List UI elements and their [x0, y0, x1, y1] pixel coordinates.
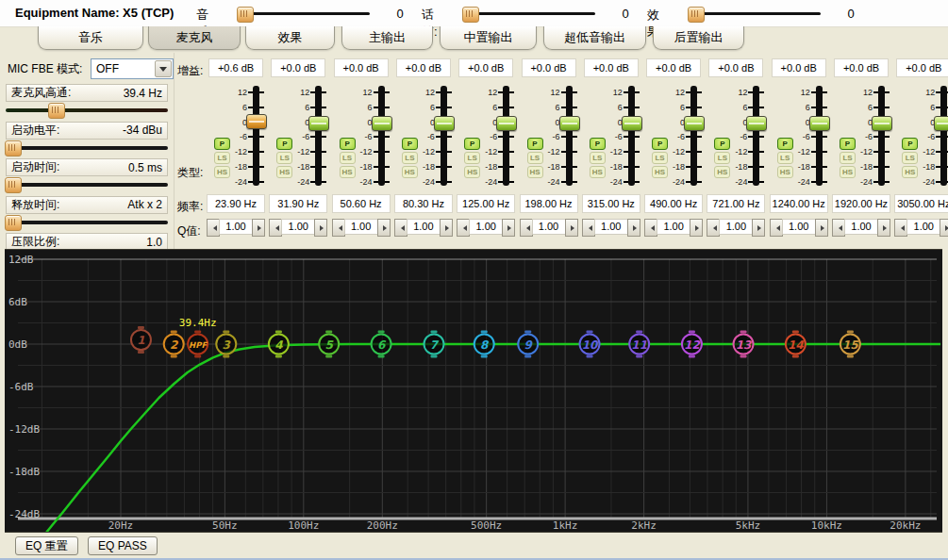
band-5-type-hs-button[interactable]: HS — [464, 166, 480, 178]
band-4-type-hs-button[interactable]: HS — [402, 166, 418, 178]
band-10-type-ls-button[interactable]: LS — [777, 152, 793, 164]
control-release-time-slider[interactable] — [6, 221, 168, 224]
band-5-fader-thumb[interactable] — [496, 116, 517, 131]
band-4-gain-value[interactable]: +0.0 dB — [396, 58, 451, 77]
band-1-type-p-button[interactable]: P — [214, 138, 230, 150]
band-12-q-increment-button[interactable] — [940, 219, 948, 237]
band-4-type-ls-button[interactable]: LS — [402, 152, 418, 164]
band-8-q-decrement-button[interactable] — [644, 219, 657, 237]
band-7-type-hs-button[interactable]: HS — [590, 166, 606, 178]
band-5-q-decrement-button[interactable] — [457, 219, 470, 237]
eq-pass-button[interactable]: EQ PASS — [88, 536, 158, 555]
band-9-q-increment-button[interactable] — [752, 219, 765, 237]
tab-center-out[interactable]: 中置输出 — [440, 26, 537, 50]
band-7-q-value[interactable]: 1.00 — [594, 219, 628, 235]
band-3-freq-value[interactable]: 50.60 Hz — [332, 194, 391, 213]
band-1-q-decrement-button[interactable] — [207, 219, 220, 237]
band-5-freq-value[interactable]: 125.00 Hz — [457, 194, 515, 213]
top-slider-music-track[interactable] — [238, 12, 370, 15]
band-9-q-decrement-button[interactable] — [707, 219, 720, 237]
top-slider-effect-track[interactable] — [689, 12, 821, 15]
band-1-type-ls-button[interactable]: LS — [214, 152, 230, 164]
band-2-type-ls-button[interactable]: LS — [276, 152, 292, 164]
band-8-type-ls-button[interactable]: LS — [652, 152, 668, 164]
band-11-type-hs-button[interactable]: HS — [840, 166, 856, 178]
band-7-freq-value[interactable]: 315.00 Hz — [582, 194, 640, 213]
band-2-type-hs-button[interactable]: HS — [276, 166, 292, 178]
band-3-q-increment-button[interactable] — [377, 219, 391, 237]
band-8-type-hs-button[interactable]: HS — [652, 166, 668, 178]
band-12-type-p-button[interactable]: P — [902, 138, 918, 150]
band-7-type-ls-button[interactable]: LS — [590, 152, 606, 164]
band-7-q-increment-button[interactable] — [627, 219, 640, 237]
band-7-fader-track[interactable] — [628, 86, 635, 186]
band-1-q-value[interactable]: 1.00 — [219, 219, 253, 235]
top-slider-effect-thumb[interactable] — [688, 7, 705, 23]
band-2-fader-track[interactable] — [315, 86, 322, 186]
band-10-type-hs-button[interactable]: HS — [777, 166, 793, 178]
band-11-q-increment-button[interactable] — [877, 219, 890, 237]
band-1-gain-value[interactable]: +0.6 dB — [208, 58, 263, 77]
band-1-q-increment-button[interactable] — [252, 219, 265, 237]
tab-effect[interactable]: 效果 — [245, 26, 335, 50]
band-8-fader-thumb[interactable] — [684, 116, 705, 131]
band-10-gain-value[interactable]: +0.0 dB — [772, 58, 826, 77]
band-5-type-ls-button[interactable]: LS — [464, 152, 480, 164]
band-5-type-p-button[interactable]: P — [464, 138, 480, 150]
band-7-gain-value[interactable]: +0.0 dB — [584, 58, 639, 77]
band-10-freq-value[interactable]: 1240.00 Hz — [770, 194, 828, 213]
band-2-gain-value[interactable]: +0.0 dB — [271, 58, 325, 77]
band-6-q-increment-button[interactable] — [565, 219, 578, 237]
control-attack-time-thumb[interactable] — [5, 177, 22, 193]
band-9-type-p-button[interactable]: P — [714, 138, 730, 150]
band-3-type-ls-button[interactable]: LS — [340, 152, 356, 164]
band-3-fader-thumb[interactable] — [372, 116, 392, 131]
band-2-q-value[interactable]: 1.00 — [281, 219, 315, 235]
band-6-q-value[interactable]: 1.00 — [532, 219, 566, 235]
band-6-type-hs-button[interactable]: HS — [527, 166, 543, 178]
band-10-q-value[interactable]: 1.00 — [782, 219, 816, 235]
control-mic-highpass-slider[interactable] — [6, 108, 168, 112]
band-4-q-increment-button[interactable] — [440, 219, 453, 237]
band-5-fader-track[interactable] — [503, 86, 509, 186]
band-10-q-decrement-button[interactable] — [770, 219, 783, 237]
band-7-fader-thumb[interactable] — [622, 116, 642, 131]
band-3-q-value[interactable]: 1.00 — [344, 219, 378, 235]
top-slider-mic-track[interactable] — [463, 12, 595, 15]
band-6-q-decrement-button[interactable] — [520, 219, 533, 237]
band-1-fader-thumb[interactable] — [246, 114, 267, 129]
band-11-gain-value[interactable]: +0.0 dB — [834, 58, 889, 77]
band-8-freq-value[interactable]: 490.00 Hz — [644, 194, 703, 213]
band-8-gain-value[interactable]: +0.0 dB — [646, 58, 701, 77]
band-8-q-increment-button[interactable] — [690, 219, 703, 237]
band-11-type-p-button[interactable]: P — [840, 138, 856, 150]
top-slider-mic-thumb[interactable] — [462, 7, 479, 23]
band-4-freq-value[interactable]: 80.30 Hz — [394, 194, 453, 213]
control-trigger-level-thumb[interactable] — [5, 140, 22, 156]
band-9-gain-value[interactable]: +0.0 dB — [708, 58, 763, 77]
band-4-fader-thumb[interactable] — [434, 116, 455, 131]
band-4-q-decrement-button[interactable] — [394, 219, 407, 237]
band-12-fader-thumb[interactable] — [934, 116, 948, 131]
band-8-fader-track[interactable] — [690, 86, 697, 186]
band-7-type-p-button[interactable]: P — [590, 138, 606, 150]
band-2-freq-value[interactable]: 31.90 Hz — [269, 194, 327, 213]
band-4-fader-track[interactable] — [441, 86, 447, 186]
mic-fbe-mode-dropdown[interactable]: OFF — [91, 58, 174, 79]
control-mic-highpass-thumb[interactable] — [48, 103, 65, 119]
band-6-gain-value[interactable]: +0.0 dB — [522, 58, 576, 77]
band-5-q-value[interactable]: 1.00 — [469, 219, 503, 235]
band-1-freq-value[interactable]: 23.90 Hz — [207, 194, 265, 213]
band-11-fader-track[interactable] — [878, 86, 885, 186]
band-8-type-p-button[interactable]: P — [652, 138, 668, 150]
control-trigger-level-slider[interactable] — [6, 146, 168, 150]
band-9-freq-value[interactable]: 721.00 Hz — [707, 194, 765, 213]
band-11-type-ls-button[interactable]: LS — [840, 152, 856, 164]
band-6-type-ls-button[interactable]: LS — [527, 152, 543, 164]
band-3-fader-track[interactable] — [378, 86, 385, 186]
band-12-type-ls-button[interactable]: LS — [902, 152, 918, 164]
control-attack-time-slider[interactable] — [6, 183, 168, 187]
band-2-fader-thumb[interactable] — [308, 116, 329, 131]
band-5-gain-value[interactable]: +0.0 dB — [458, 58, 513, 77]
band-10-fader-track[interactable] — [816, 86, 823, 186]
